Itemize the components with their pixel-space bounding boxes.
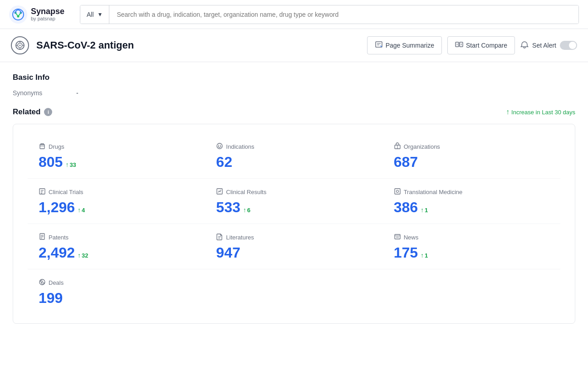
- stat-category-label: Translational Medicine: [404, 189, 463, 195]
- stat-increase: ↑4: [78, 206, 85, 214]
- svg-point-30: [396, 190, 398, 193]
- clinical-results-icon: [216, 188, 223, 196]
- stat-category: News: [394, 233, 549, 242]
- increase-value: 32: [82, 252, 88, 259]
- basic-info-title: Basic Info: [13, 73, 575, 82]
- increase-value: 6: [247, 207, 250, 214]
- page-summarize-button[interactable]: Page Summarize: [367, 36, 442, 54]
- stat-increase: ↑6: [243, 206, 250, 214]
- drug-icon: [39, 142, 46, 151]
- up-arrow-icon: ↑: [65, 161, 69, 168]
- stats-divider: [28, 224, 560, 224]
- svg-point-21: [220, 145, 221, 146]
- up-arrow-icon: ↑: [78, 206, 81, 214]
- up-arrow-icon: ↑: [243, 206, 246, 214]
- stat-item[interactable]: Clinical Results533↑6: [205, 180, 382, 222]
- stat-number: 386: [394, 200, 418, 214]
- increase-value: 1: [425, 207, 428, 214]
- logo-text: Synapse by patsnap: [31, 7, 64, 22]
- stat-number: 805: [39, 155, 63, 169]
- stat-increase: ↑32: [78, 252, 88, 259]
- up-arrow-icon: ↑: [421, 252, 424, 259]
- increase-value: 4: [82, 207, 85, 214]
- stat-item[interactable]: Organizations687: [383, 135, 560, 176]
- increase-arrow-icon: ↑: [506, 108, 510, 116]
- page-title: SARS-CoV-2 antigen: [36, 39, 360, 51]
- stat-item[interactable]: Patents2,492↑32: [28, 226, 205, 267]
- stat-number: 533: [216, 200, 240, 214]
- basic-info-section: Basic Info Synonyms -: [13, 73, 575, 97]
- logo[interactable]: Synapse by patsnap: [9, 5, 73, 24]
- patents-icon: [39, 233, 46, 242]
- stat-number: 199: [39, 291, 63, 305]
- increase-note-text: Increase in Last 30 days: [511, 109, 575, 116]
- stat-number-row: 687: [394, 155, 549, 169]
- stat-category: Clinical Trials: [39, 188, 194, 196]
- stat-category-label: Drugs: [49, 143, 64, 150]
- set-alert-toggle[interactable]: [560, 41, 577, 50]
- search-bar: All ▼: [80, 5, 579, 24]
- stat-number-row: 199: [39, 291, 194, 305]
- stat-category-label: Deals: [49, 279, 64, 286]
- synonyms-row: Synonyms -: [13, 89, 575, 97]
- translational-icon: [394, 188, 401, 196]
- stat-category-label: Patents: [49, 234, 69, 241]
- top-navigation: Synapse by patsnap All ▼: [0, 0, 588, 29]
- svg-rect-29: [395, 189, 400, 194]
- search-input[interactable]: [109, 5, 578, 24]
- stat-category: Organizations: [394, 142, 549, 151]
- svg-point-19: [217, 143, 222, 149]
- set-alert-label: Set Alert: [532, 42, 556, 49]
- svg-point-6: [20, 45, 21, 46]
- stat-number-row: 386↑1: [394, 200, 549, 214]
- stat-item[interactable]: Clinical Trials1,296↑4: [28, 180, 205, 222]
- stat-increase: ↑33: [65, 161, 76, 168]
- stat-category-label: Clinical Trials: [49, 189, 83, 195]
- synapse-logo-icon: [9, 5, 27, 24]
- set-alert-area: Set Alert: [520, 41, 577, 50]
- target-icon: [11, 36, 29, 54]
- svg-point-0: [9, 5, 27, 24]
- literatures-icon: [216, 233, 223, 242]
- increase-value: 1: [425, 252, 428, 259]
- stat-item[interactable]: Indications62: [205, 135, 382, 176]
- indication-icon: [216, 142, 223, 151]
- stat-category: Clinical Results: [216, 188, 372, 196]
- compare-icon: [455, 40, 463, 50]
- stat-category: Deals: [39, 278, 194, 287]
- clinical-trials-icon: [39, 188, 46, 196]
- summarize-icon: [375, 40, 383, 50]
- stats-divider: [28, 269, 560, 269]
- stat-item[interactable]: Translational Medicine386↑1: [383, 180, 560, 222]
- stat-item[interactable]: News175↑1: [383, 226, 560, 267]
- stat-number-row: 533↑6: [216, 200, 372, 214]
- svg-rect-37: [395, 234, 400, 239]
- stat-number: 687: [394, 155, 418, 169]
- search-category-dropdown[interactable]: All ▼: [80, 5, 109, 24]
- stats-grid: Drugs805↑33Indications62Organizations687…: [28, 135, 560, 312]
- stat-item[interactable]: Deals199: [28, 271, 205, 312]
- stat-number-row: 2,492↑32: [39, 245, 194, 260]
- stat-category: Translational Medicine: [394, 188, 549, 196]
- up-arrow-icon: ↑: [78, 252, 81, 259]
- dropdown-chevron-icon: ▼: [98, 11, 103, 18]
- news-icon: [394, 233, 401, 242]
- related-info-icon[interactable]: i: [44, 108, 52, 116]
- increase-note: ↑ Increase in Last 30 days: [506, 108, 575, 116]
- stat-category-label: News: [404, 234, 419, 241]
- increase-value: 33: [69, 161, 76, 168]
- stat-increase: ↑1: [421, 252, 428, 259]
- start-compare-button[interactable]: Start Compare: [447, 36, 515, 54]
- stat-number-row: 62: [216, 155, 372, 169]
- stat-number: 1,296: [39, 200, 75, 214]
- stat-category: Drugs: [39, 142, 194, 151]
- stat-number: 62: [216, 155, 232, 169]
- synonyms-label: Synonyms: [13, 89, 67, 97]
- stat-item[interactable]: Literatures947: [205, 226, 382, 267]
- stat-category: Indications: [216, 142, 372, 151]
- stat-item[interactable]: Drugs805↑33: [28, 135, 205, 176]
- main-content: Basic Info Synonyms - Related i ↑ Increa…: [0, 62, 588, 335]
- logo-subtitle: by patsnap: [31, 16, 64, 21]
- stat-number-row: 805↑33: [39, 155, 194, 169]
- page-header: SARS-CoV-2 antigen Page Summarize Start …: [0, 29, 588, 62]
